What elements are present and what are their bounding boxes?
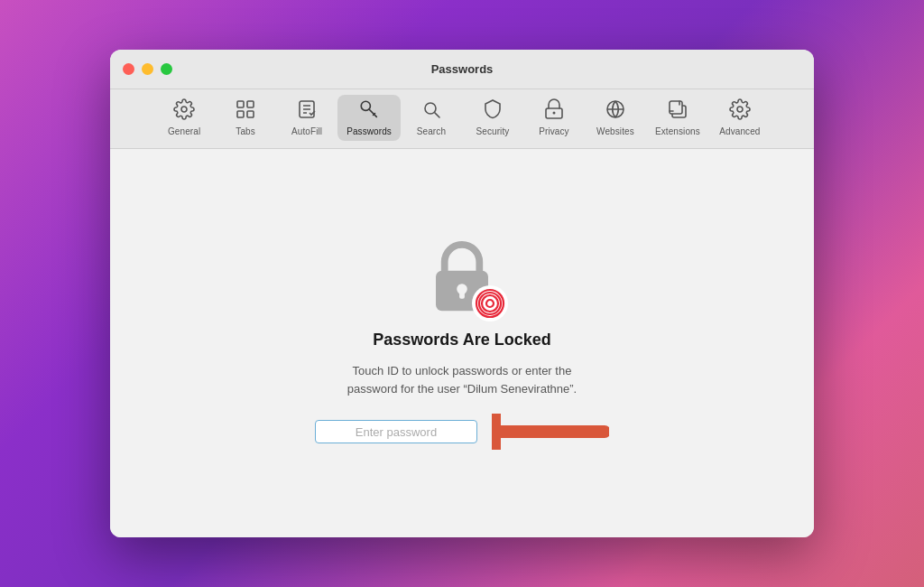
svg-rect-18	[670, 101, 682, 114]
key-icon	[358, 98, 380, 124]
tab-autofill-label: AutoFill	[291, 126, 322, 136]
tab-security-label: Security	[476, 126, 509, 136]
tab-general[interactable]: General	[153, 95, 215, 141]
search-icon	[420, 98, 442, 124]
advanced-icon	[729, 98, 751, 124]
tab-websites[interactable]: Websites	[585, 95, 646, 141]
svg-rect-22	[459, 290, 465, 299]
tab-advanced-label: Advanced	[719, 126, 760, 136]
locked-desc-line2: password for the user “Dilum Senevirathn…	[347, 382, 577, 396]
fingerprint-icon	[472, 285, 508, 321]
maximize-button[interactable]	[161, 63, 172, 75]
svg-line-13	[435, 113, 439, 117]
tab-general-label: General	[168, 126, 200, 136]
extensions-icon	[667, 98, 688, 124]
tab-tabs-label: Tabs	[236, 126, 255, 136]
svg-point-0	[181, 107, 187, 112]
close-button[interactable]	[123, 63, 134, 75]
tab-security[interactable]: Security	[462, 95, 523, 141]
tab-websites-label: Websites	[596, 126, 634, 136]
minimize-button[interactable]	[142, 63, 153, 75]
svg-point-12	[425, 103, 436, 114]
password-input[interactable]	[315, 420, 477, 443]
locked-desc-line1: Touch ID to unlock passwords or enter th…	[353, 364, 572, 377]
tab-passwords-label: Passwords	[346, 126, 392, 136]
svg-point-19	[737, 107, 743, 112]
svg-point-15	[552, 112, 555, 115]
privacy-icon	[543, 98, 565, 124]
svg-rect-1	[237, 101, 244, 107]
svg-rect-3	[237, 111, 244, 117]
main-window: Passwords General Tabs	[110, 50, 814, 537]
tab-privacy-label: Privacy	[539, 126, 568, 136]
lock-container: Passwords Are Locked Touch ID to unlock …	[315, 237, 609, 450]
tabs-icon	[235, 98, 256, 124]
main-content: Passwords Are Locked Touch ID to unlock …	[110, 149, 814, 537]
tab-tabs[interactable]: Tabs	[215, 95, 276, 141]
tab-autofill[interactable]: AutoFill	[276, 95, 337, 141]
tab-advanced[interactable]: Advanced	[709, 95, 771, 141]
window-title: Passwords	[431, 62, 494, 76]
arrow-icon	[492, 414, 609, 450]
password-row	[315, 414, 609, 450]
autofill-icon	[296, 98, 318, 124]
svg-rect-2	[247, 101, 254, 107]
websites-icon	[605, 98, 626, 124]
tab-search[interactable]: Search	[401, 95, 462, 141]
locked-description: Touch ID to unlock passwords or enter th…	[347, 362, 577, 397]
tab-passwords[interactable]: Passwords	[337, 95, 401, 141]
tab-extensions[interactable]: Extensions	[646, 95, 709, 141]
locked-title: Passwords Are Locked	[373, 331, 550, 349]
security-icon	[482, 98, 504, 124]
tab-extensions-label: Extensions	[655, 126, 700, 136]
toolbar: General Tabs	[110, 89, 814, 149]
titlebar: Passwords	[110, 50, 814, 89]
traffic-lights	[123, 63, 172, 75]
gear-icon	[173, 98, 195, 124]
tab-privacy[interactable]: Privacy	[523, 95, 585, 141]
tab-search-label: Search	[417, 126, 446, 136]
lock-icon-wrap	[421, 237, 503, 318]
svg-rect-4	[247, 111, 254, 117]
